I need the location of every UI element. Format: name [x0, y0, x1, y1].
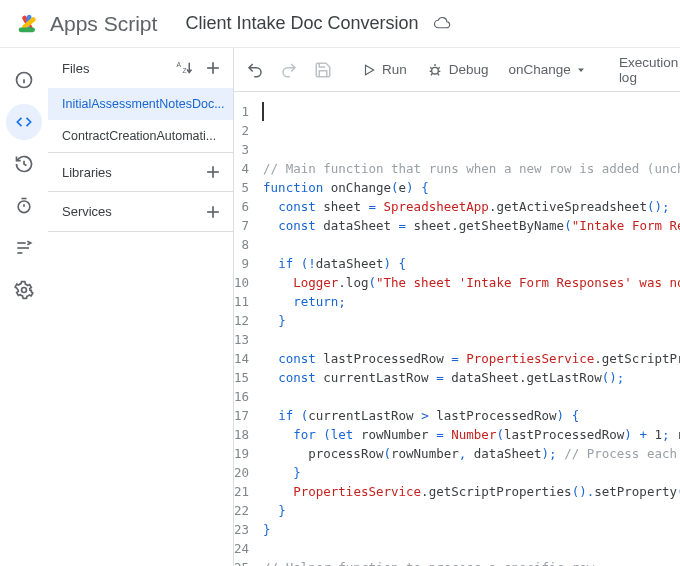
code-line[interactable]	[263, 539, 680, 558]
svg-point-13	[21, 288, 26, 293]
line-number: 21	[234, 482, 249, 501]
line-number: 25	[234, 558, 249, 566]
code-line[interactable]: Logger.log("The sheet 'Intake Form Respo…	[263, 273, 680, 292]
files-label: Files	[62, 61, 89, 76]
save-icon[interactable]	[308, 55, 338, 85]
services-header: Services	[48, 192, 233, 232]
code-line[interactable]: }	[263, 520, 680, 539]
rail-history-icon[interactable]	[6, 146, 42, 182]
svg-line-30	[431, 73, 432, 75]
sort-az-icon[interactable]: AZ	[175, 59, 193, 77]
code-line[interactable]	[263, 330, 680, 349]
line-number: 24	[234, 539, 249, 558]
rail-executions-icon[interactable]	[6, 230, 42, 266]
code-line[interactable]: }	[263, 463, 680, 482]
app-header: Apps Script Client Intake Doc Conversion	[0, 0, 680, 48]
svg-point-24	[431, 67, 438, 74]
line-number: 3	[234, 140, 249, 159]
code-line[interactable]: const currentLastRow = dataSheet.getLast…	[263, 368, 680, 387]
debug-button[interactable]: Debug	[419, 55, 497, 85]
code-line[interactable]: const lastProcessedRow = PropertiesServi…	[263, 349, 680, 368]
svg-point-7	[18, 201, 30, 213]
code-line[interactable]: // Helper function to process a specific…	[263, 558, 680, 566]
rail-triggers-icon[interactable]	[6, 188, 42, 224]
left-rail	[0, 48, 48, 566]
undo-icon[interactable]	[240, 55, 270, 85]
code-line[interactable]: }	[263, 501, 680, 520]
editor-toolbar: Run Debug onChange Execution log	[234, 48, 680, 92]
run-button[interactable]: Run	[354, 55, 415, 85]
execution-log-label: Execution log	[619, 55, 678, 85]
code-editor[interactable]: 1234567891011121314151617181920212223242…	[234, 92, 680, 566]
code-line[interactable]	[263, 387, 680, 406]
line-number: 6	[234, 197, 249, 216]
svg-line-26	[430, 67, 431, 68]
libraries-header: Libraries	[48, 152, 233, 192]
line-gutter: 1234567891011121314151617181920212223242…	[234, 102, 263, 566]
svg-line-31	[437, 73, 438, 75]
chevron-down-icon	[575, 64, 587, 76]
svg-marker-32	[578, 68, 584, 72]
apps-script-logo-icon	[14, 10, 42, 38]
code-line[interactable]	[263, 235, 680, 254]
code-line[interactable]: const dataSheet = sheet.getSheetByName("…	[263, 216, 680, 235]
svg-text:A: A	[177, 61, 182, 68]
files-header: Files AZ	[48, 48, 233, 88]
line-number: 11	[234, 292, 249, 311]
cloud-status-icon[interactable]	[433, 15, 451, 33]
sidebar: Files AZ InitialAssessmentNotesDoc...Con…	[48, 48, 234, 566]
line-number: 8	[234, 235, 249, 254]
line-number: 15	[234, 368, 249, 387]
svg-text:Z: Z	[183, 67, 187, 74]
file-item[interactable]: InitialAssessmentNotesDoc...	[48, 88, 233, 120]
line-number: 19	[234, 444, 249, 463]
code-line[interactable]: if (currentLastRow > lastProcessedRow) {	[263, 406, 680, 425]
code-line[interactable]: for (let rowNumber = Number(lastProcesse…	[263, 425, 680, 444]
code-line[interactable]: PropertiesService.getScriptProperties().…	[263, 482, 680, 501]
line-number: 4	[234, 159, 249, 178]
line-number: 13	[234, 330, 249, 349]
rail-overview-icon[interactable]	[6, 62, 42, 98]
add-library-icon[interactable]	[203, 162, 223, 182]
line-number: 20	[234, 463, 249, 482]
code-line[interactable]: return;	[263, 292, 680, 311]
code-line[interactable]: const sheet = SpreadsheetApp.getActiveSp…	[263, 197, 680, 216]
code-line[interactable]: }	[263, 311, 680, 330]
rail-settings-icon[interactable]	[6, 272, 42, 308]
execution-log-button[interactable]: Execution log	[611, 55, 680, 85]
svg-rect-3	[19, 27, 35, 32]
code-line[interactable]: processRow(rowNumber, dataSheet); // Pro…	[263, 444, 680, 463]
line-number: 9	[234, 254, 249, 273]
line-number: 5	[234, 178, 249, 197]
line-number: 22	[234, 501, 249, 520]
function-selector[interactable]: onChange	[501, 55, 595, 85]
line-number: 2	[234, 121, 249, 140]
product-name: Apps Script	[50, 12, 157, 36]
line-number: 10	[234, 273, 249, 292]
svg-line-27	[438, 67, 439, 68]
main-panel: Run Debug onChange Execution log 1234567…	[234, 48, 680, 566]
function-selected: onChange	[509, 62, 571, 77]
line-number: 12	[234, 311, 249, 330]
line-number: 1	[234, 102, 249, 121]
file-list: InitialAssessmentNotesDoc...ContractCrea…	[48, 88, 233, 152]
run-label: Run	[382, 62, 407, 77]
rail-editor-icon[interactable]	[6, 104, 42, 140]
code-line[interactable]: if (!dataSheet) {	[263, 254, 680, 273]
line-number: 23	[234, 520, 249, 539]
project-title[interactable]: Client Intake Doc Conversion	[185, 13, 418, 34]
redo-icon[interactable]	[274, 55, 304, 85]
add-service-icon[interactable]	[203, 202, 223, 222]
debug-label: Debug	[449, 62, 489, 77]
add-file-icon[interactable]	[203, 58, 223, 78]
line-number: 14	[234, 349, 249, 368]
line-number: 17	[234, 406, 249, 425]
line-number: 18	[234, 425, 249, 444]
code-area[interactable]: // Main function that runs when a new ro…	[263, 102, 680, 566]
line-number: 16	[234, 387, 249, 406]
code-line[interactable]: function onChange(e) {	[263, 178, 680, 197]
file-item[interactable]: ContractCreationAutomati...	[48, 120, 233, 152]
svg-marker-23	[366, 65, 374, 74]
libraries-label: Libraries	[62, 165, 112, 180]
code-line[interactable]: // Main function that runs when a new ro…	[263, 159, 680, 178]
